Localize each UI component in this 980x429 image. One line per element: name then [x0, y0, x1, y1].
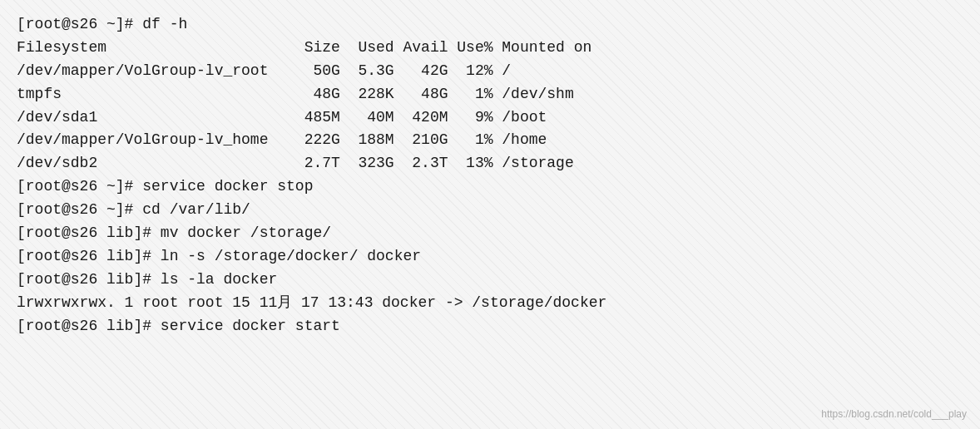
terminal-line: [root@s26 ~]# df -h — [17, 13, 963, 37]
terminal-line: [root@s26 ~]# service docker stop — [17, 175, 963, 199]
terminal-line: [root@s26 ~]# cd /var/lib/ — [17, 199, 963, 222]
terminal-line: lrwxrwxrwx. 1 root root 15 11月 17 13:43 … — [17, 292, 963, 315]
terminal-line: tmpfs 48G 228K 48G 1% /dev/shm — [17, 83, 963, 106]
terminal-line: [root@s26 lib]# ls -la docker — [17, 269, 963, 292]
terminal-line: /dev/sda1 485M 40M 420M 9% /boot — [17, 106, 963, 130]
terminal-line: /dev/mapper/VolGroup-lv_home 222G 188M 2… — [17, 129, 963, 152]
terminal-line: Filesystem Size Used Avail Use% Mounted … — [17, 37, 963, 60]
terminal-window: [root@s26 ~]# df -hFilesystem Size Used … — [0, 0, 980, 429]
terminal-line: [root@s26 lib]# service docker start — [17, 315, 963, 338]
terminal-output: [root@s26 ~]# df -hFilesystem Size Used … — [17, 13, 963, 338]
terminal-line: /dev/sdb2 2.7T 323G 2.3T 13% /storage — [17, 152, 963, 175]
terminal-line: /dev/mapper/VolGroup-lv_root 50G 5.3G 42… — [17, 60, 963, 83]
watermark: https://blog.csdn.net/cold___play — [821, 407, 967, 422]
terminal-line: [root@s26 lib]# mv docker /storage/ — [17, 222, 963, 245]
terminal-line: [root@s26 lib]# ln -s /storage/docker/ d… — [17, 245, 963, 269]
